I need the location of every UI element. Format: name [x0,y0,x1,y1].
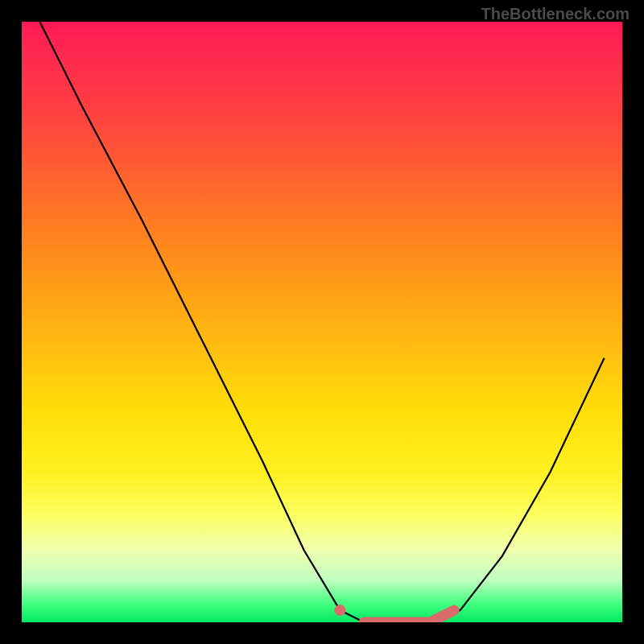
chart-svg [22,22,622,622]
watermark-text: TheBottleneck.com [481,5,630,23]
chart-container [22,22,622,622]
bottleneck-curve-line [39,22,604,622]
optimal-range-highlight [364,610,454,622]
optimal-start-dot [334,605,345,616]
